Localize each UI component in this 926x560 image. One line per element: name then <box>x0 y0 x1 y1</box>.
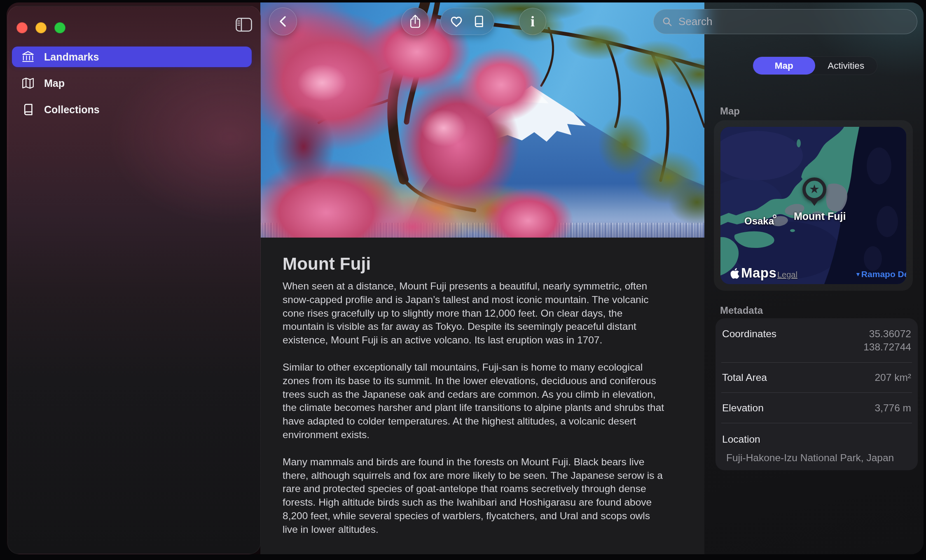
metadata-row-total-area: Total Area 207 km² <box>716 362 918 392</box>
favorite-collection-group <box>440 8 494 35</box>
share-icon <box>409 14 421 29</box>
landmark-icon <box>12 50 44 63</box>
map-marker-tail <box>810 200 818 206</box>
metadata-card: Coordinates 35.36072 138.72744 Total Are… <box>716 318 918 470</box>
map-section-header: Map <box>720 105 740 117</box>
inspector-panel: Map Activities Map <box>704 2 924 554</box>
book-closed-icon <box>472 15 485 28</box>
close-button[interactable] <box>16 22 28 33</box>
maps-logo-text: Maps <box>741 265 776 281</box>
map-card: ★ Mount Fuji Osaka Maps Legal ▼Ramapo De… <box>714 120 913 291</box>
apple-logo-icon <box>729 267 739 279</box>
article-paragraph: When seen at a distance, Mount Fuji pres… <box>283 280 666 347</box>
collections-button[interactable] <box>472 15 485 28</box>
back-button[interactable] <box>269 7 297 35</box>
metadata-row-elevation: Elevation 3,776 m <box>716 392 918 423</box>
metadata-label: Coordinates <box>722 328 776 340</box>
tab-map[interactable]: Map <box>753 57 815 75</box>
leaf-cluster <box>565 24 631 60</box>
metadata-row-coordinates: Coordinates 35.36072 138.72744 <box>716 318 918 362</box>
map-city-label: Osaka <box>744 215 774 227</box>
sidebar-toggle-icon <box>236 18 252 32</box>
info-icon: i <box>531 14 535 29</box>
search-field[interactable] <box>653 9 917 34</box>
share-button[interactable] <box>401 7 429 35</box>
metadata-value: 35.36072 <box>869 328 911 340</box>
city-dot-icon <box>773 215 776 218</box>
blossom-cluster <box>458 48 545 122</box>
blossom-highlight <box>297 64 347 101</box>
minimize-button[interactable] <box>35 22 47 33</box>
metadata-value: 138.72744 <box>863 341 911 353</box>
chevron-left-icon <box>278 15 288 28</box>
legal-link[interactable]: Legal <box>777 270 797 280</box>
sidebar-item-label: Landmarks <box>44 51 99 63</box>
metadata-section-header: Metadata <box>720 305 763 316</box>
map-thumbnail[interactable]: ★ Mount Fuji Osaka Maps Legal ▼Ramapo De… <box>720 127 906 284</box>
map-marker-label: Mount Fuji <box>794 210 846 222</box>
metadata-label: Elevation <box>722 402 764 414</box>
blossom-shadow <box>273 105 334 188</box>
sidebar-item-landmarks[interactable]: Landmarks <box>12 47 252 67</box>
metadata-value: 3,776 m <box>875 402 911 414</box>
sidebar-item-label: Map <box>44 77 65 89</box>
metadata-value: 207 km² <box>875 372 911 383</box>
favorite-button[interactable] <box>450 15 463 28</box>
sidebar: Landmarks Map <box>7 6 261 554</box>
panel-tabs: Map Activities <box>753 56 877 75</box>
zoom-button[interactable] <box>54 22 65 33</box>
star-icon: ★ <box>809 183 820 195</box>
map-icon <box>12 77 44 90</box>
tab-label: Map <box>775 61 793 71</box>
attribution-triangle-icon: ▼ <box>855 271 861 278</box>
article: Mount Fuji When seen at a distance, Moun… <box>260 238 704 554</box>
page-title: Mount Fuji <box>283 254 666 274</box>
metadata-label: Location <box>722 434 760 445</box>
map-attribution[interactable]: ▼Ramapo Dee <box>855 269 906 279</box>
info-button[interactable]: i <box>519 8 546 35</box>
metadata-label: Total Area <box>722 372 767 383</box>
maps-logo: Maps <box>729 265 776 281</box>
tab-activities[interactable]: Activities <box>815 57 877 75</box>
article-paragraph: Many mammals and birds are found in the … <box>283 455 666 537</box>
tab-label: Activities <box>828 61 864 71</box>
collections-book-icon <box>12 103 44 116</box>
blossom-highlight <box>421 110 466 147</box>
app-window: i <box>7 2 924 554</box>
heart-icon <box>450 15 463 28</box>
metadata-value: Fuji-Hakone-Izu National Park, Japan <box>726 452 894 464</box>
sidebar-toggle-button[interactable] <box>236 18 252 32</box>
sidebar-item-label: Collections <box>44 104 100 116</box>
map-marker[interactable]: ★ <box>802 177 826 201</box>
metadata-row-location: Location Fuji-Hakone-Izu National Park, … <box>716 423 918 470</box>
sidebar-item-map[interactable]: Map <box>12 73 252 93</box>
article-paragraph: Similar to other exceptionally tall moun… <box>283 361 666 442</box>
sidebar-item-collections[interactable]: Collections <box>12 99 252 120</box>
attribution-text: Ramapo Dee <box>861 269 906 279</box>
hero-image <box>260 2 704 238</box>
search-input[interactable] <box>678 15 909 28</box>
search-icon <box>662 16 673 27</box>
